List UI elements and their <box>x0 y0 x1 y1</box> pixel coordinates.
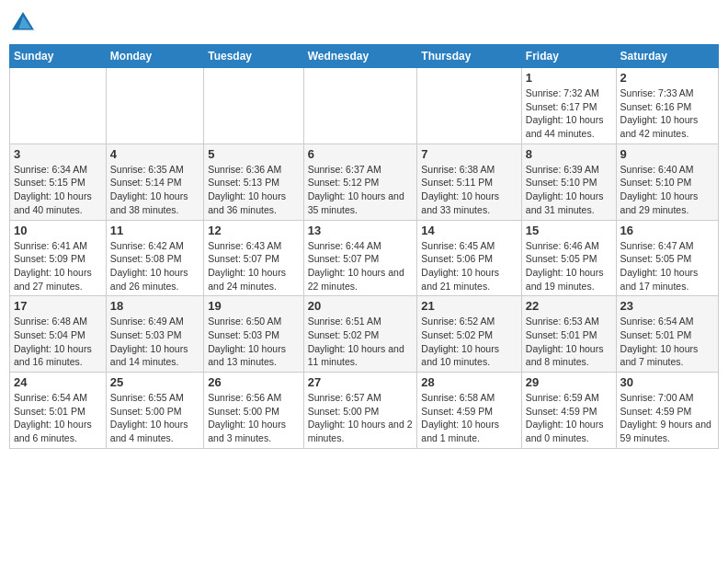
day-number: 14 <box>421 224 518 237</box>
day-number: 23 <box>620 299 714 313</box>
day-number: 21 <box>421 299 518 313</box>
day-info: Sunrise: 6:59 AM Sunset: 4:59 PM Dayligh… <box>526 391 612 445</box>
weekday-header-tuesday: Tuesday <box>204 45 303 68</box>
day-info: Sunrise: 7:00 AM Sunset: 4:59 PM Dayligh… <box>620 391 714 445</box>
day-info: Sunrise: 6:45 AM Sunset: 5:06 PM Dayligh… <box>421 239 518 293</box>
day-number: 10 <box>14 224 102 237</box>
day-cell: 26Sunrise: 6:56 AM Sunset: 5:00 PM Dayli… <box>204 373 303 449</box>
calendar-table: SundayMondayTuesdayWednesdayThursdayFrid… <box>9 44 719 449</box>
day-info: Sunrise: 7:33 AM Sunset: 6:16 PM Dayligh… <box>620 86 714 141</box>
day-number: 3 <box>14 147 102 161</box>
day-cell: 9Sunrise: 6:40 AM Sunset: 5:10 PM Daylig… <box>616 144 718 220</box>
day-number: 16 <box>620 224 714 237</box>
day-cell: 2Sunrise: 7:33 AM Sunset: 6:16 PM Daylig… <box>616 68 718 144</box>
week-row-2: 3Sunrise: 6:34 AM Sunset: 5:15 PM Daylig… <box>10 144 719 220</box>
day-info: Sunrise: 6:54 AM Sunset: 5:01 PM Dayligh… <box>14 391 102 445</box>
day-cell: 7Sunrise: 6:38 AM Sunset: 5:11 PM Daylig… <box>417 144 522 220</box>
weekday-header-wednesday: Wednesday <box>303 45 417 68</box>
day-info: Sunrise: 6:54 AM Sunset: 5:01 PM Dayligh… <box>620 315 714 369</box>
day-info: Sunrise: 6:44 AM Sunset: 5:07 PM Dayligh… <box>308 239 414 293</box>
day-number: 20 <box>308 299 414 313</box>
week-row-4: 17Sunrise: 6:48 AM Sunset: 5:04 PM Dayli… <box>10 296 719 373</box>
day-cell: 18Sunrise: 6:49 AM Sunset: 5:03 PM Dayli… <box>106 296 203 373</box>
day-number: 24 <box>14 375 102 389</box>
day-cell <box>106 68 203 144</box>
day-cell: 1Sunrise: 7:32 AM Sunset: 6:17 PM Daylig… <box>521 68 616 144</box>
week-row-3: 10Sunrise: 6:41 AM Sunset: 5:09 PM Dayli… <box>10 220 719 296</box>
day-cell: 23Sunrise: 6:54 AM Sunset: 5:01 PM Dayli… <box>616 296 718 373</box>
weekday-header-row: SundayMondayTuesdayWednesdayThursdayFrid… <box>10 45 719 68</box>
day-cell <box>303 68 417 144</box>
day-info: Sunrise: 6:37 AM Sunset: 5:12 PM Dayligh… <box>308 163 414 217</box>
week-row-5: 24Sunrise: 6:54 AM Sunset: 5:01 PM Dayli… <box>10 373 719 449</box>
day-info: Sunrise: 7:32 AM Sunset: 6:17 PM Dayligh… <box>526 86 612 141</box>
day-info: Sunrise: 6:46 AM Sunset: 5:05 PM Dayligh… <box>526 239 612 293</box>
weekday-header-thursday: Thursday <box>417 45 522 68</box>
day-info: Sunrise: 6:57 AM Sunset: 5:00 PM Dayligh… <box>308 391 414 445</box>
day-info: Sunrise: 6:35 AM Sunset: 5:14 PM Dayligh… <box>110 163 199 217</box>
day-info: Sunrise: 6:41 AM Sunset: 5:09 PM Dayligh… <box>14 239 102 293</box>
day-cell: 24Sunrise: 6:54 AM Sunset: 5:01 PM Dayli… <box>10 373 107 449</box>
day-info: Sunrise: 6:38 AM Sunset: 5:11 PM Dayligh… <box>421 163 518 217</box>
day-number: 29 <box>526 375 612 389</box>
day-info: Sunrise: 6:50 AM Sunset: 5:03 PM Dayligh… <box>208 315 299 369</box>
weekday-header-sunday: Sunday <box>10 45 107 68</box>
day-number: 17 <box>14 299 102 313</box>
day-cell <box>417 68 522 144</box>
day-info: Sunrise: 6:43 AM Sunset: 5:07 PM Dayligh… <box>208 239 299 293</box>
day-cell: 4Sunrise: 6:35 AM Sunset: 5:14 PM Daylig… <box>106 144 203 220</box>
day-cell: 11Sunrise: 6:42 AM Sunset: 5:08 PM Dayli… <box>106 220 203 296</box>
day-cell: 8Sunrise: 6:39 AM Sunset: 5:10 PM Daylig… <box>521 144 616 220</box>
day-cell: 13Sunrise: 6:44 AM Sunset: 5:07 PM Dayli… <box>303 220 417 296</box>
day-cell: 15Sunrise: 6:46 AM Sunset: 5:05 PM Dayli… <box>521 220 616 296</box>
day-cell: 17Sunrise: 6:48 AM Sunset: 5:04 PM Dayli… <box>10 296 107 373</box>
day-cell <box>10 68 107 144</box>
day-info: Sunrise: 6:58 AM Sunset: 4:59 PM Dayligh… <box>421 391 518 445</box>
day-cell: 20Sunrise: 6:51 AM Sunset: 5:02 PM Dayli… <box>303 296 417 373</box>
day-number: 13 <box>308 224 414 237</box>
day-number: 26 <box>208 375 299 389</box>
day-info: Sunrise: 6:47 AM Sunset: 5:05 PM Dayligh… <box>620 239 714 293</box>
day-info: Sunrise: 6:34 AM Sunset: 5:15 PM Dayligh… <box>14 163 102 217</box>
day-info: Sunrise: 6:51 AM Sunset: 5:02 PM Dayligh… <box>308 315 414 369</box>
weekday-header-friday: Friday <box>521 45 616 68</box>
day-cell: 25Sunrise: 6:55 AM Sunset: 5:00 PM Dayli… <box>106 373 203 449</box>
day-cell: 30Sunrise: 7:00 AM Sunset: 4:59 PM Dayli… <box>616 373 718 449</box>
logo <box>9 9 40 37</box>
day-info: Sunrise: 6:36 AM Sunset: 5:13 PM Dayligh… <box>208 163 299 217</box>
day-cell: 10Sunrise: 6:41 AM Sunset: 5:09 PM Dayli… <box>10 220 107 296</box>
day-cell: 22Sunrise: 6:53 AM Sunset: 5:01 PM Dayli… <box>521 296 616 373</box>
day-cell: 27Sunrise: 6:57 AM Sunset: 5:00 PM Dayli… <box>303 373 417 449</box>
page-header <box>9 9 719 37</box>
day-number: 15 <box>526 224 612 237</box>
day-number: 12 <box>208 224 299 237</box>
logo-icon <box>9 9 37 37</box>
day-cell: 21Sunrise: 6:52 AM Sunset: 5:02 PM Dayli… <box>417 296 522 373</box>
weekday-header-saturday: Saturday <box>616 45 718 68</box>
day-number: 22 <box>526 299 612 313</box>
week-row-1: 1Sunrise: 7:32 AM Sunset: 6:17 PM Daylig… <box>10 68 719 144</box>
day-number: 8 <box>526 147 612 161</box>
day-info: Sunrise: 6:55 AM Sunset: 5:00 PM Dayligh… <box>110 391 199 445</box>
day-cell: 19Sunrise: 6:50 AM Sunset: 5:03 PM Dayli… <box>204 296 303 373</box>
day-number: 18 <box>110 299 199 313</box>
day-info: Sunrise: 6:52 AM Sunset: 5:02 PM Dayligh… <box>421 315 518 369</box>
day-info: Sunrise: 6:42 AM Sunset: 5:08 PM Dayligh… <box>110 239 199 293</box>
day-number: 7 <box>421 147 518 161</box>
day-info: Sunrise: 6:48 AM Sunset: 5:04 PM Dayligh… <box>14 315 102 369</box>
day-cell: 28Sunrise: 6:58 AM Sunset: 4:59 PM Dayli… <box>417 373 522 449</box>
day-cell: 6Sunrise: 6:37 AM Sunset: 5:12 PM Daylig… <box>303 144 417 220</box>
day-cell: 14Sunrise: 6:45 AM Sunset: 5:06 PM Dayli… <box>417 220 522 296</box>
day-number: 19 <box>208 299 299 313</box>
day-info: Sunrise: 6:53 AM Sunset: 5:01 PM Dayligh… <box>526 315 612 369</box>
day-cell: 5Sunrise: 6:36 AM Sunset: 5:13 PM Daylig… <box>204 144 303 220</box>
day-info: Sunrise: 6:39 AM Sunset: 5:10 PM Dayligh… <box>526 163 612 217</box>
day-cell <box>204 68 303 144</box>
day-number: 2 <box>620 71 714 85</box>
day-number: 4 <box>110 147 199 161</box>
day-cell: 12Sunrise: 6:43 AM Sunset: 5:07 PM Dayli… <box>204 220 303 296</box>
day-number: 9 <box>620 147 714 161</box>
day-info: Sunrise: 6:56 AM Sunset: 5:00 PM Dayligh… <box>208 391 299 445</box>
day-number: 27 <box>308 375 414 389</box>
day-number: 5 <box>208 147 299 161</box>
